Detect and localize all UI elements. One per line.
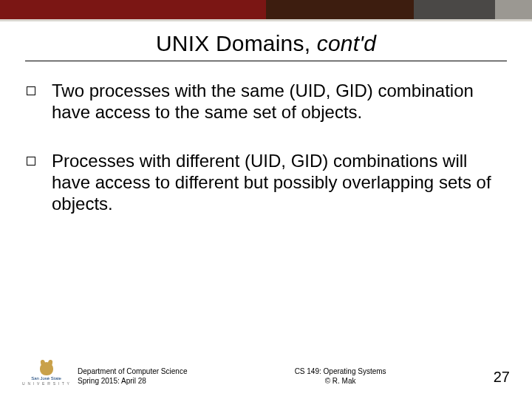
- university-logo: San José State U N I V E R S I T Y: [22, 362, 70, 386]
- list-item: Processes with different (UID, GID) comb…: [27, 150, 499, 215]
- top-accent-bar: [0, 0, 532, 19]
- title-divider: [25, 61, 507, 61]
- slide-title-text: UNIX Domains,: [156, 31, 317, 55]
- slide: UNIX Domains, cont'd Two processes with …: [0, 0, 532, 399]
- list-item: Two processes with the same (UID, GID) c…: [27, 80, 499, 123]
- footer-course-line1: CS 149: Operating Systems: [295, 367, 386, 377]
- footer-dept-line1: Department of Computer Science: [78, 367, 187, 377]
- slide-title: UNIX Domains, cont'd: [156, 31, 376, 56]
- bullet-icon: [27, 157, 35, 166]
- list-item-text: Processes with different (UID, GID) comb…: [52, 150, 499, 215]
- footer-dept-line2: Spring 2015: April 28: [78, 377, 187, 386]
- logo-line1: San José State: [31, 376, 61, 381]
- footer-center: CS 149: Operating Systems © R. Mak: [295, 367, 386, 386]
- top-accent-segment: [414, 0, 495, 19]
- logo-line2: U N I V E R S I T Y: [22, 381, 70, 386]
- bullet-icon: [27, 86, 35, 95]
- spartan-icon: [40, 362, 53, 375]
- top-accent-segment: [266, 0, 414, 19]
- footer-dept: Department of Computer Science Spring 20…: [78, 367, 187, 386]
- slide-body: Two processes with the same (UID, GID) c…: [27, 80, 499, 241]
- page-number: 27: [494, 369, 510, 386]
- list-item-text: Two processes with the same (UID, GID) c…: [52, 80, 499, 123]
- top-accent-underline: [0, 19, 532, 21]
- footer-course-line2: © R. Mak: [295, 377, 386, 386]
- slide-footer: San José State U N I V E R S I T Y Depar…: [22, 362, 510, 386]
- footer-left: San José State U N I V E R S I T Y Depar…: [22, 362, 187, 386]
- slide-title-wrap: UNIX Domains, cont'd: [0, 31, 532, 56]
- top-accent-segment: [0, 0, 266, 19]
- top-accent-segment: [495, 0, 532, 19]
- slide-title-italic: cont'd: [317, 31, 376, 55]
